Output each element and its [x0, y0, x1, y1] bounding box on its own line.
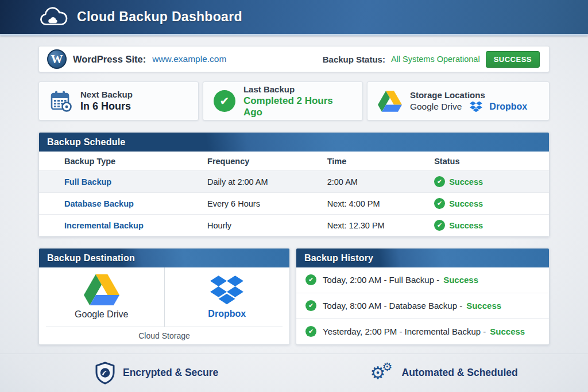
- cloud-storage-caption: Cloud Storage: [46, 327, 283, 344]
- status-text: Success: [449, 221, 483, 230]
- check-icon: [434, 198, 445, 209]
- frequency-cell: Hourly: [207, 215, 327, 236]
- backup-status-value: All Systems Operational: [391, 55, 480, 64]
- storage-locations-card: Storage Locations Google Drive Dropbox: [367, 81, 550, 121]
- frequency-cell: Daily at 2:00 AM: [207, 171, 327, 193]
- app-header: Cloud Backup Dashboard: [0, 0, 588, 36]
- schedule-panel-header: Backup Schedule: [39, 133, 549, 152]
- list-item: Today, 8:00 AM - Database Backup - Succe…: [296, 293, 549, 319]
- dropbox-icon: [210, 275, 243, 305]
- check-icon: [214, 90, 235, 112]
- backup-status-label: Backup Status:: [323, 55, 385, 64]
- status-text: Success: [449, 199, 483, 208]
- backup-destination-panel: Backup Destination Google Drive: [38, 248, 290, 345]
- history-text: Today, 2:00 AM - Full Backup -: [323, 275, 439, 285]
- secure-footer-item: Encrypted & Secure: [0, 362, 313, 385]
- schedule-title: Backup Schedule: [47, 137, 125, 148]
- history-status: Success: [466, 301, 501, 311]
- calendar-clock-icon: [49, 90, 72, 112]
- schedule-table: Backup Type Frequency Time Status: [39, 152, 549, 171]
- database-backup-link[interactable]: Database Backup: [64, 199, 134, 208]
- google-drive-tile[interactable]: Google Drive: [39, 267, 165, 327]
- col-status: Status: [434, 152, 549, 171]
- automated-footer-item: ⚙ ⚙ Automated & Scheduled: [313, 362, 588, 385]
- history-text: Yesterday, 2:00 PM - Incremental Backup …: [323, 327, 486, 336]
- time-cell: Next: 12.30 PM: [327, 215, 434, 236]
- dropbox-icon: [470, 101, 482, 112]
- full-backup-link[interactable]: Full Backup: [64, 177, 111, 187]
- last-backup-title: Last Backup: [243, 84, 354, 94]
- footer: Encrypted & Secure ⚙ ⚙ Automated & Sched…: [0, 354, 588, 385]
- backup-history-panel: Backup History Today, 2:00 AM - Full Bac…: [296, 248, 550, 345]
- next-backup-title: Next Backup: [80, 90, 133, 99]
- storage-title: Storage Locations: [410, 90, 527, 100]
- page-title: Cloud Backup Dashboard: [77, 9, 242, 25]
- history-panel-header: Backup History: [296, 249, 549, 267]
- table-row: Database Backup Every 6 Hours Next: 4:00…: [39, 193, 549, 215]
- incremental-backup-link[interactable]: Incremental Backup: [64, 221, 144, 230]
- frequency-cell: Every 6 Hours: [207, 193, 327, 215]
- table-row: Incremental Backup Hourly Next: 12.30 PM…: [39, 215, 549, 236]
- table-row: Full Backup Daily at 2:00 AM 2:00 AM Suc…: [39, 171, 549, 193]
- dropbox-tile[interactable]: Dropbox: [165, 267, 290, 327]
- google-drive-icon: [378, 91, 402, 112]
- col-frequency: Frequency: [207, 152, 327, 171]
- destination-title: Backup Destination: [47, 253, 135, 263]
- check-icon: [305, 300, 316, 311]
- google-drive-icon: [84, 274, 119, 305]
- gdrive-tile-label: Google Drive: [75, 309, 128, 320]
- next-backup-value: In 6 Hours: [80, 100, 133, 112]
- gears-icon: ⚙ ⚙: [370, 362, 394, 384]
- check-icon: [434, 220, 445, 231]
- shield-icon: [95, 362, 115, 385]
- secure-label: Encrypted & Secure: [123, 367, 218, 379]
- summary-cards: Next Backup In 6 Hours Last Backup Compl…: [38, 81, 550, 121]
- list-item: Today, 2:00 AM - Full Backup - Success: [296, 267, 549, 293]
- cloud-icon: [38, 7, 69, 28]
- next-backup-card: Next Backup In 6 Hours: [38, 81, 199, 121]
- time-cell: Next: 4:00 PM: [327, 193, 434, 215]
- history-title: Backup History: [304, 253, 373, 263]
- success-badge[interactable]: SUCCESS: [486, 51, 540, 68]
- site-label: WordPress Site:: [73, 54, 146, 65]
- history-status: Success: [490, 327, 525, 336]
- destination-panel-header: Backup Destination: [39, 249, 289, 267]
- check-icon: [305, 274, 316, 285]
- check-icon: [305, 326, 316, 337]
- history-text: Today, 8:00 AM - Database Backup -: [323, 301, 462, 311]
- history-status: Success: [443, 275, 478, 285]
- gdrive-label: Google Drive: [410, 102, 462, 112]
- status-text: Success: [449, 177, 483, 187]
- backup-schedule-panel: Backup Schedule Backup Type Frequency Ti…: [38, 132, 550, 237]
- check-icon: [434, 176, 445, 187]
- site-url-link[interactable]: www.example.com: [152, 54, 226, 64]
- col-time: Time: [327, 152, 434, 171]
- site-status-bar: W WordPress Site: www.example.com Backup…: [38, 46, 550, 72]
- dropbox-tile-label: Dropbox: [208, 309, 246, 319]
- list-item: Yesterday, 2:00 PM - Incremental Backup …: [296, 319, 549, 344]
- dropbox-label: Dropbox: [489, 102, 527, 112]
- last-backup-value: Completed 2 Hours Ago: [243, 95, 354, 118]
- wordpress-icon: W: [47, 49, 67, 69]
- last-backup-card: Last Backup Completed 2 Hours Ago: [203, 81, 363, 121]
- automated-label: Automated & Scheduled: [402, 367, 518, 379]
- col-backup-type: Backup Type: [39, 152, 207, 171]
- time-cell: 2:00 AM: [327, 171, 434, 193]
